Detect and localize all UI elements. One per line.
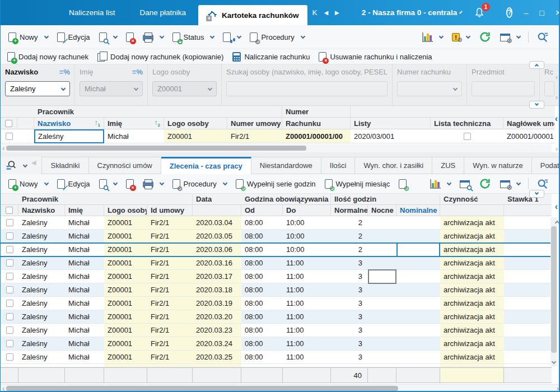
table-row[interactable]: ZaleśnyMichałZ00001Fir2/12020.03.2508:00… bbox=[1, 351, 552, 364]
column-header-imie[interactable]: Imię ↑2 bbox=[104, 118, 164, 129]
close-button[interactable]: × bbox=[556, 7, 560, 18]
filter-expand-down-button[interactable] bbox=[529, 101, 544, 109]
filter-logo-combobox[interactable]: Z00001 bbox=[152, 81, 217, 96]
chart-button[interactable] bbox=[418, 30, 447, 44]
tab-ilo-ci[interactable]: Ilości bbox=[321, 157, 356, 174]
column-header-logo-osoby[interactable]: Logo osoby bbox=[104, 205, 147, 216]
filter-nazwisko-combobox[interactable]: Zaleśny bbox=[5, 81, 70, 96]
notifications-button[interactable]: 1 bbox=[474, 7, 485, 18]
column-header-od[interactable]: Od bbox=[241, 205, 283, 216]
filter-przedmiot-input[interactable] bbox=[472, 81, 535, 96]
scroll-left-icon[interactable]: ‹ bbox=[1, 144, 6, 152]
filter-szukaj-input[interactable] bbox=[226, 81, 388, 96]
alerts-settings-button[interactable]: !⚙ bbox=[447, 31, 474, 44]
table-row[interactable]: ZaleśnyMichałZ00001Fir2/12020.03.1808:00… bbox=[1, 283, 552, 297]
row-checkbox[interactable] bbox=[6, 232, 13, 240]
group-header-data[interactable]: Data bbox=[193, 194, 241, 205]
tab-prev-icon[interactable]: ◀ bbox=[324, 10, 328, 16]
calculate-account-button[interactable]: Naliczanie rachunku bbox=[228, 50, 314, 64]
order-procedures-button[interactable]: ⚙ Procedury bbox=[168, 177, 231, 191]
column-header-nominalne[interactable]: Nominalne bbox=[396, 205, 440, 216]
column-header-logo-osoby[interactable]: Logo osoby bbox=[164, 118, 227, 129]
tab-wyn-w-naturze[interactable]: Wyn. w naturze bbox=[464, 157, 531, 174]
table-row[interactable]: ZaleśnyMichałZ00001Fir2/12020.03.1908:00… bbox=[1, 297, 552, 310]
preview-button[interactable] bbox=[95, 30, 122, 44]
scrollbar-thumb[interactable] bbox=[6, 146, 306, 151]
filter-scroll-left-icon[interactable]: ‹ bbox=[556, 73, 558, 81]
scrollbar-thumb[interactable] bbox=[6, 386, 398, 391]
row-checkbox[interactable] bbox=[6, 246, 13, 253]
orders-filter-expand-button[interactable] bbox=[529, 190, 544, 198]
filter-imie-combobox[interactable]: Michał bbox=[80, 81, 143, 96]
table-row[interactable]: ZaleśnyMichałZ00001Fir2/12020.03.2008:00… bbox=[1, 310, 552, 324]
tab-czynno-ci-um-w[interactable]: Czynności umów bbox=[89, 157, 161, 174]
filter-search-icon[interactable] bbox=[5, 160, 17, 171]
orders-view-settings-button[interactable]: ⚙ bbox=[496, 177, 525, 190]
edit-order-button[interactable]: Edycja bbox=[53, 177, 95, 191]
accounts-collapse-left-icon[interactable]: ‹ bbox=[555, 114, 558, 124]
group-header-stawka[interactable]: Stawka 1 bbox=[504, 194, 552, 205]
print-button[interactable] bbox=[138, 31, 168, 43]
delete-order-button[interactable]: × bbox=[122, 177, 138, 191]
filter-rc-input[interactable] bbox=[544, 81, 554, 96]
column-header-nocne[interactable]: Nocne bbox=[368, 205, 396, 216]
scrollbar-thumb[interactable] bbox=[551, 226, 557, 353]
group-header-czynnosc[interactable]: Czynność bbox=[440, 194, 504, 205]
orders-collapse-left-icon[interactable]: ‹ bbox=[555, 202, 558, 212]
doc-tab-dane-platnika[interactable]: Dane płatnika bbox=[128, 0, 199, 25]
advanced-search-button[interactable] bbox=[532, 29, 553, 45]
filter-collapse-up-button[interactable] bbox=[529, 61, 544, 69]
tab-wyn-chor-i-zasi-ki[interactable]: Wyn. chor. i zasiłki bbox=[355, 157, 432, 174]
delete-button[interactable]: × bbox=[122, 30, 138, 44]
table-row[interactable]: ZaleśnyMichałZ00001Fir2/12020.03.0408:00… bbox=[1, 216, 552, 230]
column-header-lista-techniczna[interactable]: Lista techniczna bbox=[431, 118, 503, 129]
accounts-scroll-right-icon[interactable]: › bbox=[556, 144, 558, 153]
help-icon[interactable]: ? bbox=[506, 7, 512, 18]
column-header-naglowek-umowy[interactable]: Nagłówek umowy bbox=[503, 118, 555, 129]
doc-tab-naliczenia-list[interactable]: Naliczenia list bbox=[57, 0, 128, 25]
status-button[interactable]: Status bbox=[168, 30, 219, 44]
delete-account-button[interactable]: × Usuwanie rachunku i naliczenia bbox=[314, 50, 436, 64]
accounts-table-row[interactable]: Michał Z00001 Fir2/1 Z00001/00001/00 202… bbox=[1, 129, 555, 143]
orders-hscrollbar[interactable]: ‹ › bbox=[1, 384, 560, 391]
table-row[interactable]: ZaleśnyMichałZ00001Fir2/12020.03.0608:00… bbox=[1, 243, 552, 256]
focused-cell-nazwisko[interactable]: Zaleśny bbox=[34, 129, 104, 143]
row-checkbox[interactable] bbox=[6, 133, 13, 140]
orders-vscrollbar[interactable] bbox=[550, 217, 557, 366]
trace-button[interactable] bbox=[218, 30, 245, 44]
doc-tab-kartoteka-rachunkow[interactable]: 4 Kartoteka rachunków bbox=[198, 5, 307, 25]
fill-hour-series-button[interactable]: ⚙ Wypełnij serie godzin bbox=[231, 177, 320, 191]
column-header-numer-umowy[interactable]: Numer umowy bbox=[227, 118, 282, 129]
chevron-down-icon[interactable] bbox=[23, 162, 27, 167]
row-checkbox[interactable] bbox=[6, 313, 13, 320]
column-header-normalne[interactable]: Normalne bbox=[331, 205, 368, 216]
row-checkbox[interactable] bbox=[6, 353, 13, 361]
table-row[interactable]: ZaleśnyMichałZ00001Fir2/12020.03.1708:00… bbox=[1, 270, 552, 283]
tab-sk-adniki[interactable]: Składniki bbox=[41, 157, 88, 174]
column-header-id-umowy[interactable]: Id umowy bbox=[147, 205, 193, 216]
company-selector[interactable]: 2 - Nasza firma 0 - centrala bbox=[362, 8, 457, 17]
tabs-scroll-left-icon[interactable]: ◀ bbox=[31, 159, 36, 166]
row-checkbox[interactable] bbox=[6, 300, 13, 307]
new-order-button[interactable]: + Nowy bbox=[4, 177, 53, 191]
row-checkbox[interactable] bbox=[6, 286, 13, 293]
print-order-button[interactable] bbox=[138, 178, 168, 190]
lista-techniczna-checkbox[interactable] bbox=[464, 133, 471, 140]
filter-scroll-right-icon[interactable]: › bbox=[556, 93, 558, 101]
row-checkbox[interactable] bbox=[6, 340, 13, 347]
fill-options-button[interactable]: ⚙ bbox=[394, 177, 411, 191]
scroll-right-icon[interactable]: › bbox=[555, 385, 560, 392]
orders-chart-button[interactable] bbox=[426, 177, 455, 191]
edit-button[interactable]: Edycja bbox=[53, 30, 95, 44]
tab-niestandardowe[interactable]: Niestandardowe bbox=[251, 157, 321, 174]
select-all-checkbox[interactable] bbox=[5, 120, 12, 127]
orders-window-search-button[interactable] bbox=[455, 177, 474, 190]
column-header-do[interactable]: Do bbox=[283, 205, 331, 216]
column-header-listy[interactable]: Listy bbox=[351, 118, 431, 129]
tab-zlecenia-czas-pracy[interactable]: Zlecenia - czas pracy bbox=[161, 157, 251, 174]
column-header-rachunku[interactable]: Rachunku bbox=[282, 118, 351, 129]
tab-podatek[interactable]: Podatek bbox=[532, 157, 560, 174]
row-checkbox[interactable] bbox=[6, 273, 13, 280]
fill-month-button[interactable]: ⚙ Wypełnij miesiąc bbox=[320, 177, 395, 191]
row-checkbox[interactable] bbox=[6, 259, 13, 267]
